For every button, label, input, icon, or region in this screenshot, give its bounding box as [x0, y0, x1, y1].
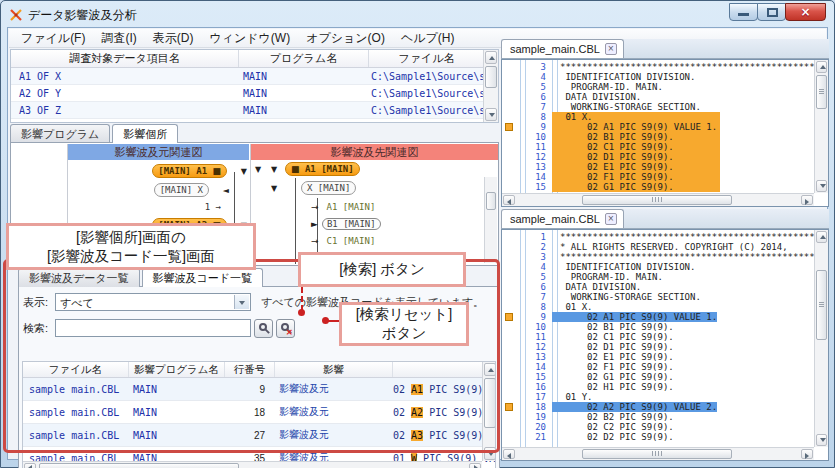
- code-line[interactable]: 20 02 C2 PIC S9(9).: [502, 422, 814, 432]
- code-line[interactable]: 7 WORKING-STORAGE SECTION.: [502, 292, 814, 302]
- code-line[interactable]: 12 02 D1 PIC S9(9).: [502, 342, 814, 352]
- expand-down-icon[interactable]: ▼: [271, 184, 277, 193]
- scroll-up-icon[interactable]: [485, 51, 497, 64]
- column-header[interactable]: [393, 362, 495, 377]
- tab-impact-data-list[interactable]: 影響波及データ一覧: [18, 268, 140, 287]
- code-line[interactable]: 14 02 F1 PIC S9(9).: [502, 362, 814, 372]
- scroll-right-icon[interactable]: [801, 449, 813, 459]
- vertical-scrollbar[interactable]: [484, 177, 497, 263]
- code-line[interactable]: 2 * ALL RIGHTS RESERVED. COPYRIGHT (C) 2…: [502, 242, 814, 252]
- menu-item[interactable]: ファイル(F): [13, 28, 93, 49]
- expand-down-icon[interactable]: ▼: [241, 167, 247, 176]
- menu-item[interactable]: 調査(I): [93, 28, 144, 49]
- diagram-node[interactable]: [MAIN] X: [154, 183, 209, 197]
- code-line[interactable]: 12 02 D1 PIC S9(9).: [502, 152, 814, 162]
- editor-tab[interactable]: sample_main.CBL ×: [501, 39, 624, 58]
- code-line[interactable]: 4 IDENTIFICATION DIVISION.: [502, 262, 814, 272]
- scroll-down-icon[interactable]: [484, 447, 496, 460]
- code-line[interactable]: 11 02 C1 PIC S9(9).: [502, 142, 814, 152]
- code-line[interactable]: 14 02 F1 PIC S9(9).: [502, 172, 814, 182]
- dropdown-arrow-icon[interactable]: [234, 295, 249, 309]
- scroll-right-icon[interactable]: [801, 195, 813, 205]
- code-line[interactable]: 6 DATA DIVISION.: [502, 92, 814, 102]
- menu-item[interactable]: ウィンドウ(W): [201, 28, 298, 49]
- scroll-thumb[interactable]: [582, 449, 732, 459]
- tab-close-icon[interactable]: ×: [605, 213, 617, 225]
- search-reset-button[interactable]: ×: [276, 319, 295, 338]
- table-row[interactable]: sample_main.CBL MAIN 18 影響波及元 02 A2 PIC …: [23, 401, 495, 424]
- column-header[interactable]: ファイル名: [369, 50, 484, 67]
- column-header[interactable]: プログラム名: [239, 50, 369, 67]
- code-line[interactable]: 11 02 C1 PIC S9(9).: [502, 332, 814, 342]
- vertical-scrollbar[interactable]: [483, 50, 498, 122]
- scroll-thumb[interactable]: [486, 192, 496, 210]
- table-row[interactable]: A2 OF Y MAIN C:\Sample1\Source\sampl: [11, 85, 498, 102]
- horizontal-scrollbar[interactable]: [502, 193, 814, 206]
- scroll-up-icon[interactable]: [816, 61, 827, 73]
- tab-impact-location[interactable]: 影響個所: [112, 124, 178, 143]
- diagram-root-node[interactable]: ■ A1 [MAIN]: [285, 162, 360, 176]
- code-line[interactable]: 19 02 B2 PIC S9(9).: [502, 412, 814, 422]
- table-row[interactable]: B1 OF X MAIN C:\Sample1\Source\sampl: [11, 119, 498, 123]
- expand-down-icon[interactable]: ▼: [271, 165, 277, 174]
- expand-down-icon[interactable]: ▼: [255, 165, 261, 174]
- code-line[interactable]: 10 02 B1 PIC S9(9).: [502, 322, 814, 332]
- table-row[interactable]: A1 OF X MAIN C:\Sample1\Source\sampl: [11, 68, 498, 85]
- code-line[interactable]: 16 02 H1 PIC S9(9).: [502, 382, 814, 392]
- column-header[interactable]: 影響: [275, 362, 393, 377]
- search-button[interactable]: [254, 319, 273, 338]
- scroll-thumb[interactable]: [484, 378, 496, 428]
- horizontal-scrollbar[interactable]: [23, 461, 482, 468]
- display-filter-select[interactable]: すべて: [55, 293, 251, 311]
- scroll-thumb[interactable]: [582, 195, 732, 205]
- editor-body[interactable]: 1 **************************************…: [501, 229, 829, 461]
- vertical-scrollbar[interactable]: [814, 230, 828, 447]
- column-header[interactable]: 行番号: [225, 362, 275, 377]
- tab-close-icon[interactable]: ×: [605, 43, 617, 55]
- column-header[interactable]: 影響プログラム名: [129, 362, 225, 377]
- code-line[interactable]: 3 **************************************…: [502, 62, 814, 72]
- scroll-down-icon[interactable]: [485, 108, 497, 121]
- diagram-leaf[interactable]: → A1 [MAIN]: [311, 198, 484, 215]
- table-row[interactable]: sample_main.CBL MAIN 9 影響波及元 02 A1 PIC S…: [23, 378, 495, 401]
- code-line[interactable]: 5 PROGRAM-ID. MAIN.: [502, 82, 814, 92]
- scroll-thumb[interactable]: [816, 75, 827, 109]
- code-line[interactable]: 15 02 G1 PIC S9(9).: [502, 372, 814, 382]
- scroll-left-icon[interactable]: [24, 463, 36, 468]
- column-header[interactable]: ファイル名: [23, 362, 129, 377]
- code-line[interactable]: 15 02 G1 PIC S9(9).: [502, 182, 814, 192]
- editor-body[interactable]: 3 **************************************…: [501, 59, 829, 207]
- scroll-thumb[interactable]: [816, 270, 827, 340]
- close-button[interactable]: ×: [785, 3, 826, 21]
- code-line[interactable]: 8 01 X.: [502, 302, 814, 312]
- code-line[interactable]: 7 WORKING-STORAGE SECTION.: [502, 102, 814, 112]
- diagram-leaf[interactable]: → C1 [MAIN]: [311, 232, 484, 249]
- table-row[interactable]: sample_main.CBL MAIN 27 影響波及元 02 A3 PIC …: [23, 424, 495, 447]
- code-line[interactable]: 5 PROGRAM-ID. MAIN.: [502, 272, 814, 282]
- scroll-up-icon[interactable]: [816, 231, 827, 243]
- column-header[interactable]: 調査対象データ項目名: [11, 50, 239, 67]
- code-line[interactable]: 8 01 X.: [502, 112, 814, 122]
- maximize-button[interactable]: [757, 3, 786, 21]
- code-line[interactable]: 1 **************************************…: [502, 232, 814, 242]
- scroll-thumb[interactable]: [485, 66, 497, 88]
- vertical-scrollbar[interactable]: [482, 362, 495, 461]
- vertical-scrollbar[interactable]: [814, 60, 828, 193]
- horizontal-scrollbar[interactable]: [502, 447, 814, 460]
- tab-impact-code-list[interactable]: 影響波及コード一覧: [142, 268, 264, 287]
- minimize-button[interactable]: [729, 3, 758, 21]
- code-line[interactable]: 9 02 A1 PIC S9(9) VALUE 1.: [502, 312, 814, 322]
- code-line[interactable]: 13 02 E1 PIC S9(9).: [502, 352, 814, 362]
- scroll-down-icon[interactable]: [816, 434, 827, 446]
- scroll-up-icon[interactable]: [484, 363, 496, 376]
- tab-impact-program[interactable]: 影響プログラム: [10, 124, 110, 143]
- diagram-leaf[interactable]: ► B1 [MAIN]: [311, 215, 484, 232]
- search-input[interactable]: [55, 319, 251, 337]
- code-line[interactable]: 6 DATA DIVISION.: [502, 282, 814, 292]
- table-row[interactable]: A3 OF Z MAIN C:\Sample1\Source\sampl: [11, 102, 498, 119]
- editor-tab[interactable]: sample_main.CBL ×: [501, 209, 624, 228]
- code-line[interactable]: 4 IDENTIFICATION DIVISION.: [502, 72, 814, 82]
- code-line[interactable]: 3 **************************************…: [502, 252, 814, 262]
- code-line[interactable]: 13 02 E1 PIC S9(9).: [502, 162, 814, 172]
- menu-item[interactable]: 表示(D): [145, 28, 202, 49]
